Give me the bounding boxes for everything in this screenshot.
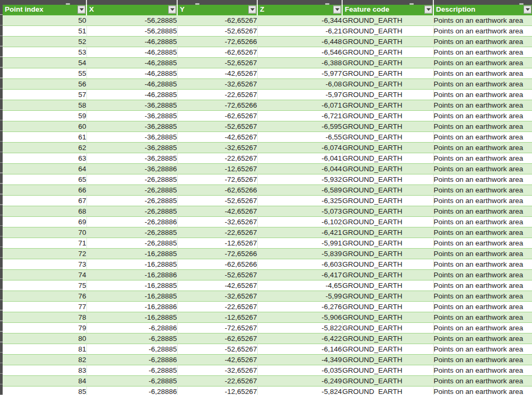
cell-z[interactable]: -6,417 bbox=[257, 269, 342, 280]
cell-y[interactable]: -62,65266 bbox=[177, 185, 257, 195]
cell-point-index[interactable]: 60 bbox=[3, 121, 86, 131]
cell-y[interactable]: -12,65267 bbox=[177, 312, 257, 322]
cell-y[interactable]: -22,65267 bbox=[177, 89, 257, 100]
cell-description[interactable]: Points on an earthwork area bbox=[433, 386, 532, 395]
cell-feature-code[interactable]: GROUND_EARTH bbox=[342, 291, 433, 301]
cell-x[interactable]: -46,28885 bbox=[86, 57, 177, 68]
cell-y[interactable]: -42,65267 bbox=[177, 68, 257, 78]
cell-feature-code[interactable]: GROUND_EARTH bbox=[342, 301, 433, 312]
column-header-z[interactable]: Z bbox=[257, 5, 342, 15]
cell-description[interactable]: Points on an earthwork area bbox=[433, 110, 532, 121]
cell-z[interactable]: -5,839 bbox=[257, 248, 342, 259]
cell-x[interactable]: -56,28885 bbox=[86, 25, 177, 36]
cell-point-index[interactable]: 72 bbox=[3, 248, 86, 259]
filter-dropdown-button[interactable] bbox=[248, 6, 256, 14]
cell-description[interactable]: Points on an earthwork area bbox=[433, 163, 532, 174]
cell-point-index[interactable]: 62 bbox=[3, 142, 86, 153]
cell-x[interactable]: -26,28885 bbox=[86, 174, 177, 185]
cell-point-index[interactable]: 63 bbox=[3, 153, 86, 163]
cell-x[interactable]: -6,28886 bbox=[86, 354, 177, 365]
filter-dropdown-button[interactable] bbox=[77, 6, 85, 14]
cell-y[interactable]: -52,65267 bbox=[177, 344, 257, 354]
cell-point-index[interactable]: 56 bbox=[3, 78, 86, 89]
column-header-y[interactable]: Y bbox=[177, 5, 257, 15]
cell-description[interactable]: Points on an earthwork area bbox=[433, 100, 532, 110]
cell-x[interactable]: -16,28886 bbox=[86, 301, 177, 312]
cell-z[interactable]: -5,99 bbox=[257, 291, 342, 301]
cell-y[interactable]: -32,65267 bbox=[177, 142, 257, 153]
cell-feature-code[interactable]: GROUND_EARTH bbox=[342, 185, 433, 195]
cell-description[interactable]: Points on an earthwork area bbox=[433, 57, 532, 68]
cell-y[interactable]: -22,65267 bbox=[177, 227, 257, 238]
cell-z[interactable]: -6,325 bbox=[257, 195, 342, 206]
cell-x[interactable]: -16,28885 bbox=[86, 280, 177, 291]
cell-feature-code[interactable]: GROUND_EARTH bbox=[342, 110, 433, 121]
cell-point-index[interactable]: 85 bbox=[3, 386, 86, 395]
cell-z[interactable]: -5,822 bbox=[257, 322, 342, 333]
cell-z[interactable]: -6,044 bbox=[257, 163, 342, 174]
cell-description[interactable]: Points on an earthwork area bbox=[433, 131, 532, 142]
cell-x[interactable]: -16,28885 bbox=[86, 248, 177, 259]
column-header-point-index[interactable]: Point index bbox=[3, 5, 86, 15]
cell-x[interactable]: -6,28885 bbox=[86, 365, 177, 375]
cell-description[interactable]: Points on an earthwork area bbox=[433, 322, 532, 333]
cell-point-index[interactable]: 52 bbox=[3, 36, 86, 47]
cell-y[interactable]: -62,65267 bbox=[177, 47, 257, 57]
cell-feature-code[interactable]: GROUND_EARTH bbox=[342, 365, 433, 375]
cell-z[interactable]: -6,421 bbox=[257, 227, 342, 238]
cell-y[interactable]: -72,65266 bbox=[177, 36, 257, 47]
cell-feature-code[interactable]: GROUND_EARTH bbox=[342, 227, 433, 238]
cell-z[interactable]: -5,906 bbox=[257, 312, 342, 322]
cell-description[interactable]: Points on an earthwork area bbox=[433, 375, 532, 386]
cell-y[interactable]: -22,65267 bbox=[177, 375, 257, 386]
cell-description[interactable]: Points on an earthwork area bbox=[433, 301, 532, 312]
cell-x[interactable]: -16,28885 bbox=[86, 259, 177, 269]
cell-x[interactable]: -6,28886 bbox=[86, 322, 177, 333]
cell-description[interactable]: Points on an earthwork area bbox=[433, 36, 532, 47]
cell-feature-code[interactable]: GROUND_EARTH bbox=[342, 100, 433, 110]
cell-z[interactable]: -6,344 bbox=[257, 15, 342, 25]
cell-x[interactable]: -6,28885 bbox=[86, 344, 177, 354]
cell-y[interactable]: -12,65267 bbox=[177, 163, 257, 174]
cell-y[interactable]: -22,65267 bbox=[177, 153, 257, 163]
cell-z[interactable]: -5,991 bbox=[257, 238, 342, 248]
cell-point-index[interactable]: 66 bbox=[3, 185, 86, 195]
cell-description[interactable]: Points on an earthwork area bbox=[433, 206, 532, 216]
column-header-feature-code[interactable]: Feature code bbox=[342, 5, 433, 15]
cell-y[interactable]: -22,65267 bbox=[177, 301, 257, 312]
cell-point-index[interactable]: 83 bbox=[3, 365, 86, 375]
cell-point-index[interactable]: 61 bbox=[3, 131, 86, 142]
cell-feature-code[interactable]: GROUND_EARTH bbox=[342, 195, 433, 206]
cell-feature-code[interactable]: GROUND_EARTH bbox=[342, 248, 433, 259]
cell-feature-code[interactable]: GROUND_EARTH bbox=[342, 375, 433, 386]
cell-z[interactable]: -5,824 bbox=[257, 386, 342, 395]
cell-y[interactable]: -42,65267 bbox=[177, 131, 257, 142]
cell-x[interactable]: -46,28885 bbox=[86, 47, 177, 57]
cell-description[interactable]: Points on an earthwork area bbox=[433, 68, 532, 78]
cell-z[interactable]: -4,65 bbox=[257, 280, 342, 291]
cell-description[interactable]: Points on an earthwork area bbox=[433, 227, 532, 238]
cell-description[interactable]: Points on an earthwork area bbox=[433, 259, 532, 269]
cell-y[interactable]: -62,65267 bbox=[177, 333, 257, 344]
cell-point-index[interactable]: 50 bbox=[3, 15, 86, 25]
cell-z[interactable]: -5,932 bbox=[257, 174, 342, 185]
cell-point-index[interactable]: 82 bbox=[3, 354, 86, 365]
cell-feature-code[interactable]: GROUND_EARTH bbox=[342, 36, 433, 47]
cell-x[interactable]: -26,28886 bbox=[86, 216, 177, 227]
cell-point-index[interactable]: 71 bbox=[3, 238, 86, 248]
cell-x[interactable]: -36,28885 bbox=[86, 100, 177, 110]
cell-point-index[interactable]: 75 bbox=[3, 280, 86, 291]
cell-point-index[interactable]: 84 bbox=[3, 375, 86, 386]
cell-point-index[interactable]: 58 bbox=[3, 100, 86, 110]
cell-y[interactable]: -72,65267 bbox=[177, 174, 257, 185]
cell-z[interactable]: -4,349 bbox=[257, 354, 342, 365]
cell-feature-code[interactable]: GROUND_EARTH bbox=[342, 121, 433, 131]
cell-x[interactable]: -16,28885 bbox=[86, 291, 177, 301]
cell-feature-code[interactable]: GROUND_EARTH bbox=[342, 312, 433, 322]
cell-y[interactable]: -52,65267 bbox=[177, 269, 257, 280]
cell-feature-code[interactable]: GROUND_EARTH bbox=[342, 25, 433, 36]
cell-x[interactable]: -36,28886 bbox=[86, 163, 177, 174]
cell-z[interactable]: -5,073 bbox=[257, 206, 342, 216]
cell-point-index[interactable]: 54 bbox=[3, 57, 86, 68]
cell-y[interactable]: -52,65267 bbox=[177, 121, 257, 131]
